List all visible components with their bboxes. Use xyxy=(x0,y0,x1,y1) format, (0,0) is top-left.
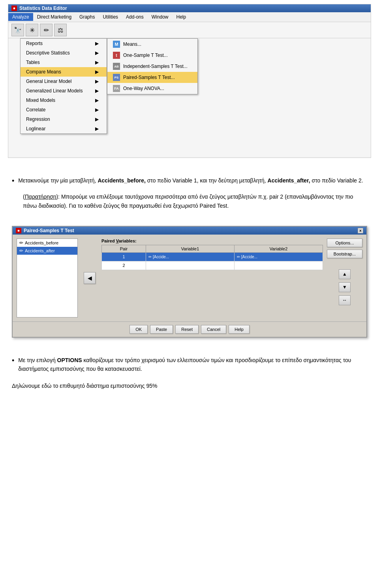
arrow-button-area: ◀ xyxy=(82,239,98,317)
table-row[interactable]: 2 xyxy=(102,261,323,270)
menu-direct-marketing[interactable]: Direct Marketing xyxy=(33,13,75,21)
submenu-means[interactable]: M Means... xyxy=(107,39,197,50)
paragraph-2: (Παρατήρηση): Μπορούμε να επιλέξουμε ταυ… xyxy=(23,192,367,210)
col-variable2: Variable2 xyxy=(234,245,323,252)
analyze-dropdown: Reports▶ Descriptive Statistics▶ Tables▶… xyxy=(20,38,107,134)
para1-bold1: Accidents_before, xyxy=(98,177,145,184)
cell-var2-2 xyxy=(234,261,323,270)
options-bold: OPTIONS xyxy=(57,357,82,363)
var-icon-after: ✏ xyxy=(19,248,23,254)
toolbar-binoculars[interactable]: 🔭 xyxy=(11,24,24,36)
para1-text: Μετακινούμε την μία μεταβλητή, Accidents… xyxy=(18,176,363,186)
dialog-wrapper: ■ Paired-Samples T Test × ✏ Accidents_be… xyxy=(12,226,367,338)
var-name-after: Accidents_after xyxy=(25,248,55,253)
menu-analyze[interactable]: Analyze xyxy=(8,13,33,21)
move-arrow-button[interactable]: ◀ xyxy=(84,272,96,284)
menu-correlate[interactable]: Correlate▶ xyxy=(21,105,107,115)
toolbar: 🔭 ✳ ✏ ⚖ xyxy=(8,22,371,38)
dialog-body: ✏ Accidents_before ✏ Accidents_after ◀ P… xyxy=(13,235,366,321)
cancel-button[interactable]: Cancel xyxy=(201,325,226,334)
cell-var2-1: ✏[Accide... xyxy=(234,252,323,261)
submenu-anova[interactable]: FA One-Way ANOVA... xyxy=(107,83,197,94)
menu-regression[interactable]: Regression▶ xyxy=(21,115,107,124)
bottom-para1-text: Με την επιλογή OPTIONS καθορίζουμε τον τ… xyxy=(18,356,367,374)
right-buttons-panel: Options... Bootstrap... ▲ ▼ ↔ xyxy=(327,239,362,317)
cell-var1-1: ✏[Accide... xyxy=(146,252,234,261)
menu-generalized-linear-models[interactable]: Generalized Linear Models▶ xyxy=(21,86,107,96)
bottom-bullet-1: • Με την επιλογή OPTIONS καθορίζουμε τον… xyxy=(12,356,367,374)
para1-bold2: Accidents_after, xyxy=(268,177,310,184)
spss-body: Reports▶ Descriptive Statistics▶ Tables▶… xyxy=(8,38,371,157)
bottom-para2-text: Δηλώνουμε εδώ το επιθυμητό διάστημα εμπι… xyxy=(12,383,157,389)
independent-t-icon: AB xyxy=(113,63,120,70)
toolbar-star[interactable]: ✳ xyxy=(26,24,38,36)
variable-list-panel: ✏ Accidents_before ✏ Accidents_after xyxy=(17,239,78,317)
content-area: • Μετακινούμε την μία μεταβλητή, Acciden… xyxy=(0,162,379,218)
options-button[interactable]: Options... xyxy=(327,239,362,247)
menu-help[interactable]: Help xyxy=(172,13,190,21)
compare-means-submenu: M Means... t One-Sample T Test... AB Ind… xyxy=(107,38,198,94)
dialog-footer: OK Paste Reset Cancel Help xyxy=(13,321,366,337)
dialog-title: Paired-Samples T Test xyxy=(24,228,74,233)
help-button[interactable]: Help xyxy=(229,325,250,334)
menu-tables[interactable]: Tables▶ xyxy=(21,58,107,67)
ok-button[interactable]: OK xyxy=(129,325,148,334)
menu-mixed-models[interactable]: Mixed Models▶ xyxy=(21,96,107,105)
var-list-item-accidents-after[interactable]: ✏ Accidents_after xyxy=(17,247,77,255)
var-list-item-accidents-before[interactable]: ✏ Accidents_before xyxy=(17,239,77,247)
toolbar-scale[interactable]: ⚖ xyxy=(54,24,67,36)
cell-var1-2 xyxy=(146,261,234,270)
paragraph-1: • Μετακινούμε την μία μεταβλητή, Acciden… xyxy=(12,176,367,186)
window-title: Statistics Data Editor xyxy=(19,6,67,11)
menu-compare-means[interactable]: Compare Means▶ xyxy=(21,67,107,77)
paired-vars-underline: V xyxy=(116,239,119,243)
paratirisi-label: Παρατήρηση xyxy=(25,193,56,200)
menu-loglinear[interactable]: Loglinear▶ xyxy=(21,124,107,133)
col-variable1: Variable1 xyxy=(146,245,234,252)
paired-samples-dialog: ■ Paired-Samples T Test × ✏ Accidents_be… xyxy=(12,226,367,338)
paste-button[interactable]: Paste xyxy=(150,325,173,334)
col-pair: Pair xyxy=(102,245,146,252)
submenu-paired-t[interactable]: PS Paired-Samples T Test... xyxy=(107,72,197,83)
paired-vars-label: Paired Variables: xyxy=(101,239,323,243)
var-name-before: Accidents_before xyxy=(25,240,58,245)
var-icon-before: ✏ xyxy=(19,240,23,246)
bottom-content: • Με την επιλογή OPTIONS καθορίζουμε τον… xyxy=(0,346,379,398)
bootstrap-button[interactable]: Bootstrap... xyxy=(327,250,362,258)
paired-t-icon: PS xyxy=(113,74,120,81)
menu-window[interactable]: Window xyxy=(148,13,173,21)
submenu-one-sample-t[interactable]: t One-Sample T Test... xyxy=(107,50,197,61)
cell-pair-1: 1 xyxy=(102,252,146,261)
one-sample-t-icon: t xyxy=(113,52,120,59)
menu-graphs[interactable]: Graphs xyxy=(75,13,99,21)
menu-bar: Analyze Direct Marketing Graphs Utilitie… xyxy=(8,12,371,22)
means-icon: M xyxy=(113,41,120,48)
down-arrow-button[interactable]: ▼ xyxy=(339,282,351,292)
menu-descriptive-stats[interactable]: Descriptive Statistics▶ xyxy=(21,48,107,58)
anova-icon: FA xyxy=(113,85,120,92)
swap-arrow-button[interactable]: ↔ xyxy=(339,295,351,305)
title-bar-icon: ■ xyxy=(11,6,17,11)
dialog-title-icon: ■ xyxy=(16,228,21,233)
bottom-para2: Δηλώνουμε εδώ το επιθυμητό διάστημα εμπι… xyxy=(12,381,367,390)
reset-button[interactable]: Reset xyxy=(175,325,199,334)
menu-utilities[interactable]: Utilities xyxy=(99,13,122,21)
dialog-close-button[interactable]: × xyxy=(358,228,363,233)
paired-vars-section: Paired Variables: Pair Variable1 Variabl… xyxy=(101,239,323,317)
menu-reports[interactable]: Reports▶ xyxy=(21,39,107,48)
paired-variables-table: Pair Variable1 Variable2 1 ✏[Accide... xyxy=(101,245,323,270)
dialog-title-bar: ■ Paired-Samples T Test × xyxy=(13,227,366,235)
title-bar: ■ Statistics Data Editor xyxy=(8,4,371,12)
bullet-1: • xyxy=(12,176,14,186)
up-arrow-button[interactable]: ▲ xyxy=(339,269,351,279)
toolbar-edit[interactable]: ✏ xyxy=(40,24,53,36)
menu-general-linear-model[interactable]: General Linear Model▶ xyxy=(21,77,107,86)
table-row[interactable]: 1 ✏[Accide... ✏[Accide... xyxy=(102,252,323,261)
submenu-independent-t[interactable]: AB Independent-Samples T Test... xyxy=(107,61,197,72)
bottom-bullet-dot: • xyxy=(12,356,14,374)
cell-pair-2: 2 xyxy=(102,261,146,270)
spss-screenshot: ■ Statistics Data Editor Analyze Direct … xyxy=(8,4,371,158)
menu-addons[interactable]: Add-ons xyxy=(122,13,148,21)
